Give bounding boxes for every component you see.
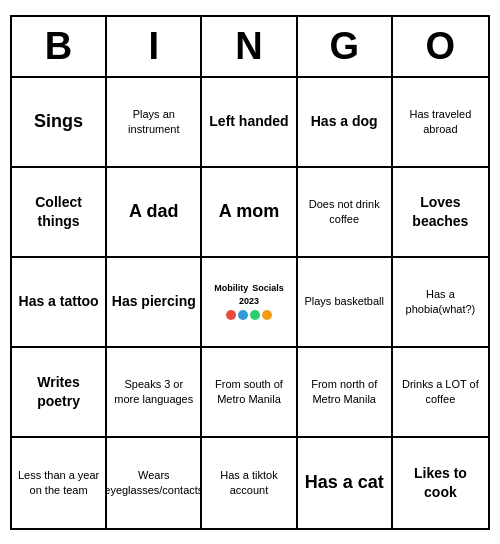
bingo-cell-plays-basketball: Plays basketball <box>298 258 393 348</box>
bingo-header: BINGO <box>12 17 488 78</box>
bingo-letter-n: N <box>202 17 297 76</box>
brand-dot-1 <box>238 310 248 320</box>
bingo-cell-wears-eyeglasses: Wears eyeglasses/contacts <box>107 438 202 528</box>
bingo-cell-has-phobia: Has a phobia(what?) <box>393 258 488 348</box>
bingo-grid: SingsPlays an instrumentLeft handedHas a… <box>12 78 488 528</box>
cell-text-south-metro: From south of Metro Manila <box>206 377 291 406</box>
bingo-letter-i: I <box>107 17 202 76</box>
bingo-cell-writes-poetry: Writes poetry <box>12 348 107 438</box>
bingo-letter-g: G <box>298 17 393 76</box>
bingo-cell-drinks-lot-coffee: Drinks a LOT of coffee <box>393 348 488 438</box>
cell-text-has-phobia: Has a phobia(what?) <box>397 287 484 316</box>
bingo-cell-less-year: Less than a year on the team <box>12 438 107 528</box>
cell-text-a-dad: A dad <box>129 200 178 223</box>
cell-text-speaks-3: Speaks 3 or more languages <box>111 377 196 406</box>
mobility-text: Mobility <box>214 283 248 294</box>
bingo-cell-collect-things: Collect things <box>12 168 107 258</box>
cell-text-has-dog: Has a dog <box>311 112 378 130</box>
bingo-cell-north-metro: From north of Metro Manila <box>298 348 393 438</box>
bingo-cell-a-mom: A mom <box>202 168 297 258</box>
bingo-cell-tiktok: Has a tiktok account <box>202 438 297 528</box>
cell-text-plays-basketball: Plays basketball <box>304 294 384 308</box>
cell-text-tiktok: Has a tiktok account <box>206 468 291 497</box>
cell-text-wears-eyeglasses: Wears eyeglasses/contacts <box>107 468 202 497</box>
cell-text-has-cat: Has a cat <box>305 471 384 494</box>
bingo-cell-loves-beaches: Loves beaches <box>393 168 488 258</box>
bingo-cell-a-dad: A dad <box>107 168 202 258</box>
bingo-letter-o: O <box>393 17 488 76</box>
bingo-cell-plays-instrument: Plays an instrument <box>107 78 202 168</box>
bingo-cell-sings: Sings <box>12 78 107 168</box>
cell-text-north-metro: From north of Metro Manila <box>302 377 387 406</box>
bingo-cell-center: MobilitySocials2023 <box>202 258 297 348</box>
cell-text-no-coffee: Does not drink coffee <box>302 197 387 226</box>
cell-text-traveled-abroad: Has traveled abroad <box>397 107 484 136</box>
cell-text-has-tattoo: Has a tattoo <box>19 292 99 310</box>
cell-text-sings: Sings <box>34 110 83 133</box>
brand-dot-2 <box>250 310 260 320</box>
bingo-cell-likes-cook: Likes to cook <box>393 438 488 528</box>
cell-text-left-handed: Left handed <box>209 112 288 130</box>
cell-text-less-year: Less than a year on the team <box>16 468 101 497</box>
cell-text-has-piercing: Has piercing <box>112 292 196 310</box>
bingo-cell-no-coffee: Does not drink coffee <box>298 168 393 258</box>
brand-dot-3 <box>262 310 272 320</box>
bingo-cell-has-tattoo: Has a tattoo <box>12 258 107 348</box>
bingo-cell-south-metro: From south of Metro Manila <box>202 348 297 438</box>
socials-text: Socials <box>252 283 284 294</box>
cell-text-loves-beaches: Loves beaches <box>397 193 484 229</box>
brand-dots <box>226 310 272 320</box>
bingo-cell-has-dog: Has a dog <box>298 78 393 168</box>
bingo-cell-left-handed: Left handed <box>202 78 297 168</box>
brand-dot-0 <box>226 310 236 320</box>
cell-text-collect-things: Collect things <box>16 193 101 229</box>
bingo-cell-traveled-abroad: Has traveled abroad <box>393 78 488 168</box>
bingo-cell-has-cat: Has a cat <box>298 438 393 528</box>
bingo-letter-b: B <box>12 17 107 76</box>
bingo-cell-has-piercing: Has piercing <box>107 258 202 348</box>
brand-line2: 2023 <box>239 296 259 307</box>
cell-text-a-mom: A mom <box>219 200 279 223</box>
cell-text-plays-instrument: Plays an instrument <box>111 107 196 136</box>
cell-text-writes-poetry: Writes poetry <box>16 373 101 409</box>
cell-text-likes-cook: Likes to cook <box>397 464 484 500</box>
bingo-cell-speaks-3: Speaks 3 or more languages <box>107 348 202 438</box>
bingo-card: BINGO SingsPlays an instrumentLeft hande… <box>10 15 490 530</box>
cell-text-drinks-lot-coffee: Drinks a LOT of coffee <box>397 377 484 406</box>
